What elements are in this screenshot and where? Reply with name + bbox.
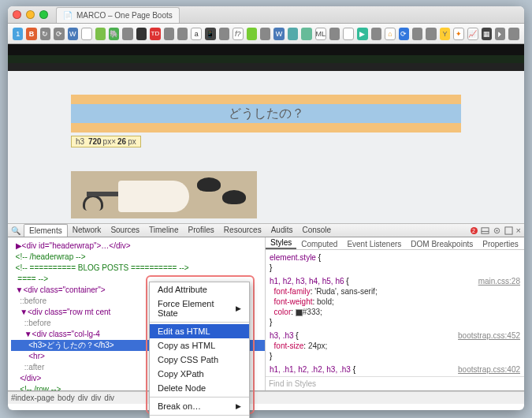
- ext-icon[interactable]: [508, 28, 519, 40]
- tab-title: MARCO – One Page Boots: [76, 11, 173, 20]
- panel-tab-sources[interactable]: Sources: [106, 224, 144, 237]
- zoom-window-icon[interactable]: [39, 10, 48, 19]
- margin-highlight: [71, 95, 461, 104]
- panel-tab-timeline[interactable]: Timeline: [144, 224, 183, 237]
- ext-icon[interactable]: [426, 28, 436, 40]
- ext-icon[interactable]: ⏵: [495, 28, 505, 40]
- ext-icon[interactable]: 📈: [467, 28, 478, 40]
- menu-item[interactable]: Force Element State▶: [150, 297, 249, 320]
- svg-rect-0: [481, 227, 488, 233]
- style-tab-events[interactable]: Event Listeners: [342, 239, 406, 249]
- breadcrumb: #index-page body div div div: [8, 391, 524, 404]
- devtools-toolbar: 🔍 Elements Network Sources Timeline Prof…: [8, 223, 524, 237]
- styles-panel: Styles Computed Event Listeners DOM Brea…: [266, 237, 524, 390]
- menu-item[interactable]: Copy XPath: [150, 367, 249, 381]
- ext-icon[interactable]: [164, 28, 174, 40]
- panel-tab-resources[interactable]: Resources: [219, 224, 266, 237]
- ext-icon[interactable]: [260, 28, 270, 40]
- crumb-item[interactable]: div: [104, 394, 114, 402]
- heading-h3: どうしたの？: [229, 106, 304, 122]
- ext-icon[interactable]: [371, 28, 381, 40]
- error-badge[interactable]: 2: [471, 227, 478, 234]
- inspect-icon[interactable]: 🔍: [11, 226, 20, 235]
- panel-tab-elements[interactable]: Elements: [24, 224, 68, 237]
- element-highlight: どうしたの？: [71, 104, 461, 123]
- close-icon[interactable]: ×: [516, 226, 521, 235]
- menu-item[interactable]: Delete Node: [150, 381, 249, 395]
- source-link[interactable]: bootstrap.css:402: [458, 364, 520, 375]
- ext-icon[interactable]: [301, 28, 311, 40]
- ext-icon[interactable]: Y: [440, 28, 450, 40]
- style-tab-props[interactable]: Properties: [478, 239, 523, 249]
- page-icon: 📄: [63, 11, 73, 20]
- window-controls: [13, 10, 48, 19]
- ext-icon[interactable]: B: [26, 28, 36, 40]
- ext-icon[interactable]: ⌂: [385, 28, 396, 40]
- ext-icon[interactable]: [81, 28, 92, 40]
- ext-icon[interactable]: [177, 28, 188, 40]
- page-viewport: どうしたの？ h3 720px × 26px: [8, 44, 524, 223]
- ext-icon[interactable]: ▶: [357, 28, 367, 40]
- context-menu: Add AttributeForce Element State▶Edit as…: [149, 282, 250, 418]
- ext-icon[interactable]: [329, 28, 340, 40]
- browser-window: 📄 MARCO – One Page Boots 1 B ↻ ⟳ W 🐘 TD …: [8, 6, 524, 410]
- ext-icon[interactable]: [412, 28, 422, 40]
- menu-item[interactable]: Edit as HTML: [150, 324, 249, 338]
- ext-icon[interactable]: ▦: [482, 28, 492, 40]
- drawer-icon[interactable]: [481, 226, 489, 235]
- menu-item[interactable]: Add Attribute: [150, 282, 249, 297]
- menu-item[interactable]: Copy CSS Path: [150, 353, 249, 367]
- color-swatch[interactable]: [296, 309, 303, 316]
- browser-tab[interactable]: 📄 MARCO – One Page Boots: [56, 7, 180, 23]
- ext-icon[interactable]: [122, 28, 132, 40]
- dock-icon[interactable]: [504, 226, 513, 235]
- dimension-tooltip: h3 720px × 26px: [71, 136, 141, 147]
- ext-icon[interactable]: W: [273, 28, 284, 40]
- panel-tab-console[interactable]: Console: [297, 224, 336, 237]
- style-tab-dombp[interactable]: DOM Breakpoints: [406, 239, 478, 249]
- ext-icon[interactable]: ⟳: [54, 28, 64, 40]
- ext-icon[interactable]: 🐘: [109, 28, 119, 40]
- blog-image: [71, 171, 257, 218]
- panel-tab-audits[interactable]: Audits: [266, 224, 298, 237]
- margin-highlight: [71, 123, 461, 132]
- extension-toolbar: 1 B ↻ ⟳ W 🐘 TD a 📱 f? W ML ▶ ⌂ ⟳ Y ✦ 📈 ▦: [8, 24, 524, 44]
- find-in-styles[interactable]: Find in Styles: [266, 376, 524, 390]
- close-window-icon[interactable]: [13, 10, 21, 19]
- crumb-item[interactable]: body: [58, 394, 75, 402]
- svg-point-3: [496, 230, 497, 231]
- menu-item[interactable]: Copy as HTML: [150, 338, 249, 353]
- style-tab-computed[interactable]: Computed: [296, 239, 342, 249]
- style-tab-styles[interactable]: Styles: [266, 237, 296, 249]
- source-link[interactable]: bootstrap.css:452: [458, 330, 520, 341]
- ext-icon[interactable]: [95, 28, 106, 40]
- ext-icon[interactable]: [219, 28, 229, 40]
- hero-image: [8, 44, 524, 71]
- ext-icon[interactable]: ✦: [453, 28, 464, 40]
- ext-icon[interactable]: W: [68, 28, 78, 40]
- ext-icon[interactable]: a: [191, 28, 202, 40]
- minimize-window-icon[interactable]: [26, 10, 35, 19]
- ext-icon[interactable]: TD: [150, 28, 160, 40]
- ext-icon[interactable]: ↻: [40, 28, 50, 40]
- ext-icon[interactable]: ML: [315, 28, 327, 40]
- ext-icon[interactable]: 1: [13, 28, 23, 40]
- panel-tab-profiles[interactable]: Profiles: [183, 224, 218, 237]
- settings-icon[interactable]: [493, 226, 501, 235]
- ext-icon[interactable]: f?: [233, 28, 244, 40]
- ext-icon[interactable]: [288, 28, 298, 40]
- menu-item[interactable]: Break on…▶: [150, 399, 249, 413]
- ext-icon[interactable]: [247, 28, 257, 40]
- styles-list[interactable]: element.style {} main.css:28 h1, h2, h3,…: [266, 250, 524, 390]
- tab-strip: 📄 MARCO – One Page Boots: [8, 6, 524, 24]
- ext-icon[interactable]: [343, 28, 354, 40]
- source-link[interactable]: main.css:28: [478, 276, 520, 286]
- ext-icon[interactable]: [136, 28, 147, 40]
- ext-icon[interactable]: ⟳: [399, 28, 409, 40]
- panel-tab-network[interactable]: Network: [68, 224, 106, 237]
- crumb-item[interactable]: div: [91, 394, 102, 402]
- crumb-item[interactable]: #index-page: [11, 394, 54, 402]
- crumb-item[interactable]: div: [78, 394, 88, 402]
- style-tabs: Styles Computed Event Listeners DOM Brea…: [266, 237, 524, 250]
- ext-icon[interactable]: 📱: [205, 28, 215, 40]
